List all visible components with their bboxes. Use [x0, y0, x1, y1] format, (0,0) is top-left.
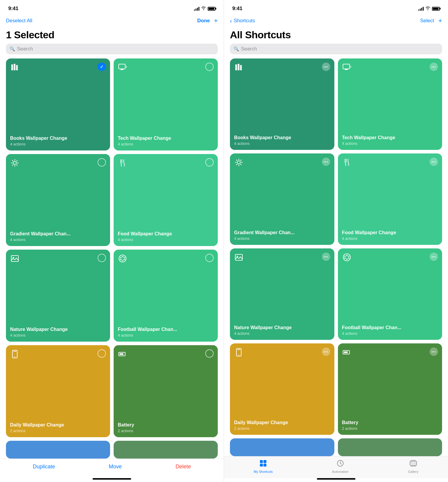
- svg-point-10: [13, 257, 14, 259]
- card-action-gradient-wallpaper[interactable]: [98, 158, 106, 167]
- card-icon-food-wallpaper-l: [118, 158, 127, 170]
- card-action-battery-r[interactable]: •••: [430, 348, 438, 356]
- partial-card[interactable]: [230, 438, 334, 456]
- svg-rect-36: [260, 460, 263, 463]
- card-actions-books-wallpaper: 4 actions: [10, 142, 106, 146]
- select-button[interactable]: Select: [420, 18, 434, 24]
- card-action-food-wallpaper-r[interactable]: •••: [430, 158, 438, 166]
- card-football-wallpaper-r[interactable]: •••Football Wallpaper Chan...4 actions: [338, 248, 442, 340]
- card-daily-wallpaper-l[interactable]: Daily Wallpaper Change2 actions: [6, 345, 110, 437]
- done-button[interactable]: Done: [197, 18, 210, 24]
- card-name-nature-wallpaper-l: Nature Wallpaper Change: [10, 326, 106, 332]
- card-icon-battery-l: [118, 349, 127, 361]
- card-nature-wallpaper-r[interactable]: •••Nature Wallpaper Change4 actions: [230, 248, 334, 340]
- card-books-wallpaper-r[interactable]: •••Books Wallpaper Change4 actions: [230, 58, 334, 150]
- partial-card[interactable]: [6, 441, 110, 459]
- card-icon-battery-r: [342, 348, 352, 359]
- svg-point-24: [237, 161, 240, 164]
- search-icon-right: 🔍: [233, 46, 239, 52]
- partial-card[interactable]: [338, 438, 442, 456]
- battery-icon: [208, 7, 215, 11]
- card-gradient-wallpaper-r[interactable]: •••Gradient Wallpaper Chan...4 actions: [230, 153, 334, 245]
- page-title-right: All Shortcuts: [224, 28, 448, 44]
- card-football-wallpaper-l[interactable]: Football Wallpaper Chan...4 actions: [114, 250, 218, 342]
- card-name-books-wallpaper-r: Books Wallpaper Change: [234, 135, 330, 140]
- svg-rect-22: [345, 69, 348, 70]
- svg-rect-38: [260, 464, 263, 467]
- card-action-food-wallpaper-l[interactable]: [205, 158, 214, 167]
- card-action-books-wallpaper[interactable]: ✓: [98, 63, 106, 71]
- partial-card[interactable]: [114, 441, 218, 459]
- card-battery-r[interactable]: •••Battery2 actions: [338, 343, 442, 435]
- dots-icon: •••: [324, 65, 328, 69]
- search-bar-right[interactable]: 🔍 Search: [230, 44, 442, 54]
- card-action-football-wallpaper-r[interactable]: •••: [430, 253, 438, 261]
- card-action-football-wallpaper-l[interactable]: [205, 254, 214, 262]
- card-actions-football-wallpaper-l: 4 actions: [118, 333, 214, 337]
- nav-bar-right: ‹ Shortcuts Select +: [224, 15, 448, 28]
- card-action-tech-wallpaper-r[interactable]: •••: [430, 63, 438, 71]
- svg-rect-1: [14, 64, 15, 70]
- card-action-books-wallpaper-r[interactable]: •••: [322, 63, 330, 71]
- svg-rect-23: [350, 66, 351, 68]
- home-indicator-left: [93, 478, 131, 480]
- add-button-right[interactable]: +: [438, 18, 442, 24]
- card-name-football-wallpaper-r: Football Wallpaper Chan...: [342, 325, 438, 330]
- card-tech-wallpaper-r[interactable]: •••Tech Wallpaper Change4 actions: [338, 58, 442, 150]
- delete-button[interactable]: Delete: [175, 464, 191, 470]
- card-name-gradient-wallpaper-r: Gradient Wallpaper Chan...: [234, 230, 330, 235]
- home-indicator-right: [317, 478, 355, 480]
- card-battery-l[interactable]: Battery2 actions: [114, 345, 218, 437]
- card-books-wallpaper[interactable]: ✓Books Wallpaper Change4 actions: [6, 58, 110, 150]
- move-button[interactable]: Move: [109, 464, 122, 470]
- card-gradient-wallpaper[interactable]: Gradient Wallpaper Chan...4 actions: [6, 154, 110, 246]
- svg-rect-35: [344, 351, 348, 353]
- tab-automation[interactable]: Automation: [326, 459, 355, 478]
- my-shortcuts-icon: [259, 459, 267, 469]
- svg-rect-37: [263, 460, 266, 463]
- back-button[interactable]: Shortcuts: [234, 18, 255, 24]
- page-title-left: 1 Selected: [0, 28, 224, 44]
- card-name-tech-wallpaper: Tech Wallpaper Change: [118, 135, 214, 141]
- svg-rect-27: [235, 254, 242, 260]
- card-action-battery-l[interactable]: [205, 349, 214, 358]
- tab-my-shortcuts[interactable]: My Shortcuts: [248, 459, 279, 478]
- svg-rect-17: [120, 353, 123, 355]
- card-tech-wallpaper[interactable]: Tech Wallpaper Change4 actions: [114, 58, 218, 150]
- card-actions-daily-wallpaper-r: 2 actions: [234, 426, 330, 431]
- shortcuts-grid-right: •••Books Wallpaper Change4 actions•••Tec…: [224, 58, 448, 435]
- search-icon-left: 🔍: [9, 46, 15, 52]
- card-action-daily-wallpaper-r[interactable]: •••: [322, 348, 330, 356]
- card-action-nature-wallpaper-l[interactable]: [98, 254, 106, 262]
- search-bar-left[interactable]: 🔍 Search: [6, 44, 218, 54]
- card-action-nature-wallpaper-r[interactable]: •••: [322, 253, 330, 261]
- card-name-books-wallpaper: Books Wallpaper Change: [10, 135, 106, 141]
- card-actions-books-wallpaper-r: 4 actions: [234, 141, 330, 146]
- tab-gallery[interactable]: Gallery: [402, 459, 424, 478]
- card-actions-food-wallpaper-l: 4 actions: [118, 237, 214, 242]
- svg-point-15: [15, 356, 15, 357]
- card-action-daily-wallpaper-l[interactable]: [98, 349, 106, 358]
- wifi-icon-right: [425, 6, 430, 11]
- card-icon-nature-wallpaper-r: [234, 253, 244, 264]
- card-food-wallpaper-r[interactable]: •••Food Wallpaper Change4 actions: [338, 153, 442, 245]
- card-action-tech-wallpaper[interactable]: [205, 63, 214, 71]
- back-chevron-icon: ‹: [230, 18, 232, 24]
- add-button-left[interactable]: +: [214, 18, 218, 24]
- card-icon-football-wallpaper-l: [118, 254, 127, 265]
- card-daily-wallpaper-r[interactable]: •••Daily Wallpaper Change2 actions: [230, 343, 334, 435]
- svg-rect-3: [119, 64, 125, 69]
- card-food-wallpaper-l[interactable]: Food Wallpaper Change4 actions: [114, 154, 218, 246]
- dots-icon: •••: [432, 160, 436, 164]
- my-shortcuts-label: My Shortcuts: [254, 470, 273, 473]
- deselect-all-button[interactable]: Deselect All: [6, 18, 32, 24]
- card-actions-battery-r: 2 actions: [342, 426, 438, 431]
- card-actions-gradient-wallpaper-r: 4 actions: [234, 236, 330, 241]
- card-action-gradient-wallpaper-r[interactable]: •••: [322, 158, 330, 166]
- duplicate-button[interactable]: Duplicate: [33, 464, 55, 470]
- shortcuts-grid-left: ✓Books Wallpaper Change4 actionsTech Wal…: [0, 58, 224, 437]
- status-icons-right: [418, 6, 440, 11]
- card-icon-food-wallpaper-r: [342, 158, 352, 169]
- gallery-icon: [409, 459, 417, 469]
- card-nature-wallpaper-l[interactable]: Nature Wallpaper Change4 actions: [6, 250, 110, 342]
